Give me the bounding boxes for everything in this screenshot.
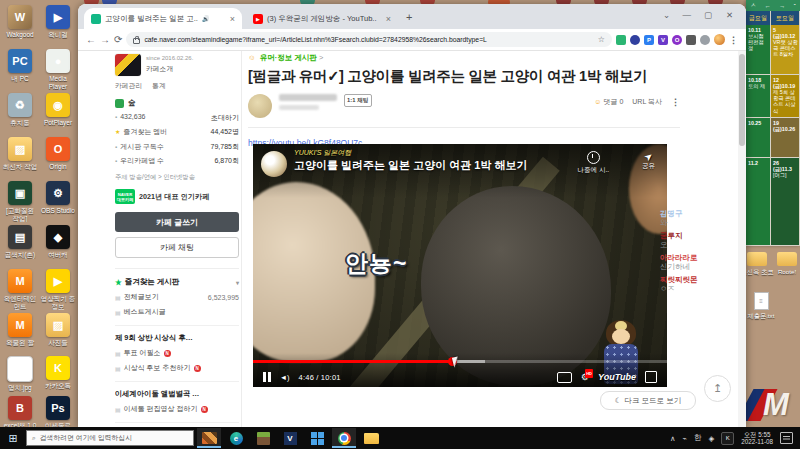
new-tab-button[interactable]: + — [406, 11, 412, 23]
forward-button[interactable]: → — [100, 34, 110, 45]
progress-bar[interactable] — [253, 360, 667, 363]
desktop-icon-recycle-bin[interactable]: ♻ 휴지통 — [2, 93, 38, 127]
scrollbar-thumb[interactable] — [739, 54, 745, 146]
desktop-icon-media-player[interactable]: ● Media Player — [40, 49, 76, 90]
taskbar-app-game[interactable] — [197, 428, 221, 448]
dark-mode-button[interactable]: ☾ 다크 모드로 보기 — [600, 391, 696, 410]
desktop-icon-image[interactable]: ▣ [고화질원 작업] — [2, 181, 38, 222]
taskbar-search[interactable]: ⌕ 검색하려면 여기에 입력하십시 — [26, 430, 194, 446]
calendar-cell[interactable]: 10.11 보시첩 완전접 정 — [746, 25, 771, 75]
taskbar-app-edge[interactable]: e — [224, 428, 248, 448]
cafe-manage-link[interactable]: 카페관리 — [115, 81, 142, 91]
chevron-down-icon[interactable]: ▾ — [236, 279, 239, 286]
cafe-chat-button[interactable]: 카페 채팅 — [115, 237, 239, 258]
desktop-icon-roote-folder[interactable]: Roote! — [770, 252, 800, 275]
start-button[interactable]: ⊞ — [0, 432, 26, 445]
taskbar-app-explorer[interactable] — [359, 428, 383, 448]
sidebar-item-nominate[interactable]: 시상식 후보 추천하기 N — [115, 363, 239, 373]
notification-center-icon[interactable] — [780, 432, 793, 444]
extension-icon[interactable] — [630, 35, 640, 45]
desktop-icon-wak-m1[interactable]: M 왁엔터테인먼트 — [2, 269, 38, 310]
kakao-tray-icon[interactable]: K — [721, 432, 734, 445]
desktop-icon-kakaotalk[interactable]: K 카카오톡 — [40, 356, 76, 390]
ime-korean-indicator[interactable]: 한 — [694, 433, 702, 443]
tab-close-icon[interactable]: × — [386, 14, 391, 24]
article-menu-icon[interactable]: ⋮ — [671, 97, 680, 107]
video-title[interactable]: 고양이를 빌려주는 일본 고양이 여관 1박 해보기 — [294, 158, 527, 173]
bookmark-star-icon[interactable]: ☆ — [598, 35, 605, 44]
page-scrollbar[interactable] — [738, 51, 746, 427]
address-bar[interactable]: cafe.naver.com/steamindiegame?iframe_url… — [126, 32, 612, 47]
reload-button[interactable]: ⟳ — [114, 34, 122, 45]
desktop-icon-pictures[interactable]: ▨ 사진들 — [40, 313, 76, 347]
sidebar-item-vote[interactable]: 투표 어필소 N — [115, 348, 239, 358]
taskbar-app-chrome[interactable] — [332, 428, 356, 448]
sidebar-item-all-posts[interactable]: 전체글보기 6,523,995 — [115, 292, 239, 302]
profile-avatar[interactable] — [714, 34, 725, 45]
youtube-logo[interactable]: YouTube — [598, 372, 636, 382]
cafe-stats-link[interactable]: 통계 — [152, 81, 166, 91]
desktop-icon-video-info[interactable]: ▶ 영상찍기 중 정보 — [40, 269, 76, 310]
calendar-next-icon[interactable]: → — [779, 3, 785, 9]
cafe-intro-link[interactable]: 카페소개 — [146, 64, 193, 74]
desktop-icon-txt-file[interactable]: ≡ 제출문.txt — [744, 292, 778, 321]
share-button[interactable]: ➤ 공유 — [642, 151, 655, 171]
captions-icon[interactable] — [557, 372, 572, 383]
desktop-icon-wak-m2[interactable]: M 왁물원 짤 — [2, 313, 38, 347]
desktop-icon-avatar-app[interactable]: ◆ 여버캐 — [40, 225, 76, 259]
one-to-one-chat-badge[interactable]: 1:1 채팅 — [344, 94, 372, 107]
url-copy-button[interactable]: URL 복사 — [632, 97, 662, 107]
calendar-cell[interactable]: 5 (금)10.12 VR챗 상황극 콘테스트 8일차 — [771, 25, 800, 75]
taskbar-app-v[interactable]: V — [278, 428, 302, 448]
sidebar-item-best-posts[interactable]: 베스트게시글 — [115, 307, 239, 317]
cafe-write-button[interactable]: 카페 글쓰기 — [115, 212, 239, 232]
desktop-icon-obs[interactable]: ⚙ OBS Studio — [40, 181, 76, 215]
back-button[interactable]: ← — [86, 34, 96, 45]
invite-link[interactable]: 초대하기 — [211, 113, 239, 123]
tab-close-icon[interactable]: × — [230, 14, 235, 24]
cafe-logo[interactable] — [115, 54, 141, 76]
scroll-to-top-button[interactable]: ↥ — [704, 375, 731, 402]
desktop-icon-wakgood[interactable]: W Wakgood — [2, 5, 38, 39]
calendar-cell[interactable]: 11.2 — [746, 158, 771, 246]
desktop-icon-origin[interactable]: O Origin — [40, 137, 76, 171]
sidebar-item-edit-video[interactable]: 이세돌 편집영상 접하기 N — [115, 404, 239, 414]
url-text[interactable]: cafe.naver.com/steamindiegame?iframe_url… — [144, 36, 487, 43]
browser-menu-icon[interactable]: ⋮ — [729, 35, 738, 45]
desktop-icon-photo[interactable]: ▤ 곰색지(촌) — [2, 225, 38, 259]
calendar-cell[interactable]: 26 (금)11.3 [머그] — [771, 158, 800, 246]
taskbar-clock[interactable]: 오전 5:55 2022-11-08 — [741, 431, 773, 446]
extension-icon[interactable]: P — [644, 35, 654, 45]
calendar-home-icon[interactable]: ㅅ — [750, 1, 756, 10]
fullscreen-icon[interactable] — [645, 371, 657, 383]
calendar-cell[interactable]: 19 (금)10.26 — [771, 118, 800, 158]
extensions-puzzle-icon[interactable] — [700, 35, 710, 45]
calendar-cell[interactable]: 10.18 토의 제 — [746, 75, 771, 118]
desktop-icon-jpg[interactable]: ≡ 명치.jpg — [2, 356, 38, 392]
tray-expand-icon[interactable]: ∧ — [670, 434, 676, 443]
calendar-window[interactable]: ㅅ ← → ˇ 금요일 토요일 10.11 보시첩 완전접 정 10.18 토의… — [746, 0, 800, 246]
youtube-player[interactable]: 안뇽~ YUUKI'S 일본여행 고양이를 빌려주는 일본 고양이 여관 1박 … — [253, 144, 667, 387]
calendar-cell[interactable]: 10.25 — [746, 118, 771, 158]
tray-link-icon[interactable]: ⌁ — [682, 434, 687, 443]
author-avatar[interactable] — [248, 94, 272, 118]
extension-icon[interactable] — [616, 35, 626, 45]
board-link[interactable]: 유머·정보 게시판 — [260, 53, 317, 62]
calendar-toolbar[interactable]: ㅅ ← → ˇ — [746, 0, 800, 11]
tab-cafe-active[interactable]: 고양이를 빌려주는 일본 고.. 🔊 × — [84, 8, 242, 29]
close-button[interactable]: ✕ — [726, 10, 733, 20]
desktop-icon-potplayer[interactable]: ◉ PotPlayer — [40, 93, 76, 127]
extension-icon[interactable]: O — [672, 35, 682, 45]
volume-icon[interactable]: ◄) — [280, 373, 290, 382]
fav-boards-header[interactable]: 즐겨찾는 게시판 ▾ — [115, 268, 239, 287]
volume-tray-icon[interactable]: ◈ — [708, 434, 714, 443]
channel-avatar[interactable] — [261, 151, 287, 177]
desktop-icon-movie[interactable]: ▶ 왁니걸 — [40, 5, 76, 39]
calendar-cell[interactable]: 12 (금)10.19 제 5회 상황극 콘테스트 시상식 — [771, 75, 800, 118]
maximize-button[interactable]: ▢ — [704, 10, 712, 20]
taskbar-app-windows[interactable] — [305, 428, 329, 448]
calendar-prev-icon[interactable]: ← — [765, 3, 771, 9]
pause-button[interactable] — [263, 372, 271, 382]
calendar-dropdown-icon[interactable]: ˇ — [794, 3, 796, 9]
desktop-icon-folder[interactable]: ▨ 최신자 작업 — [2, 137, 38, 171]
